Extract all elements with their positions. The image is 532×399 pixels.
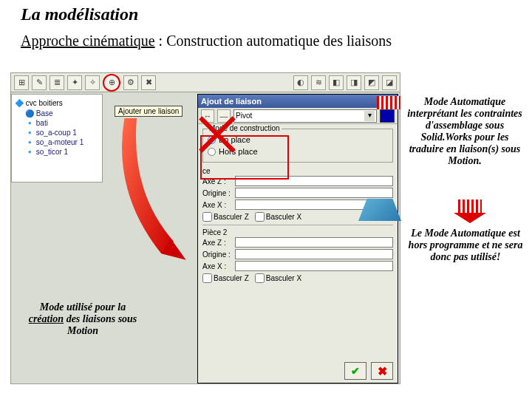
- dialog-titlebar: Ajout de liaison ×: [198, 95, 398, 108]
- subtitle-rest: : Construction automatique des liaisons: [155, 33, 392, 49]
- check-basculer-z[interactable]: Basculer Z: [202, 212, 249, 222]
- liaison-dialog: Ajout de liaison × ↔ — Pivot ▾ Mode de c…: [197, 94, 398, 383]
- radio-input[interactable]: [208, 148, 216, 156]
- toolbar-button[interactable]: ⚙: [123, 75, 138, 90]
- toolbar-button[interactable]: ◩: [364, 75, 379, 90]
- origin-input-2[interactable]: [235, 249, 393, 259]
- app-window: ⊞ ✎ ≣ ✦ ✧ ⊕ ⚙ ✖ ◐ ≋ ◧ ◨ ◩ ◪ 🔷 cvc boitie…: [10, 72, 400, 384]
- tree-node[interactable]: 🔹 bati: [15, 118, 99, 128]
- field-label: Origine :: [202, 189, 232, 197]
- toolbar-button[interactable]: ✎: [32, 75, 47, 90]
- page-title: La modélisation: [21, 4, 138, 24]
- striped-arrow: [377, 96, 400, 109]
- tree-node[interactable]: 🔹 so_a-moteur 1: [15, 137, 99, 147]
- check-basculer-x[interactable]: Basculer X: [255, 212, 301, 222]
- toolbar-button[interactable]: ✖: [141, 75, 156, 90]
- radio-hors-place[interactable]: Hors place: [208, 146, 388, 157]
- toolbar-button[interactable]: ≣: [50, 75, 64, 90]
- origin-input[interactable]: [235, 188, 393, 198]
- radio-en-place[interactable]: En place: [208, 134, 388, 146]
- color-button[interactable]: [380, 109, 395, 123]
- toolbar-button[interactable]: ◨: [347, 75, 361, 90]
- toolbar-button[interactable]: ◪: [382, 75, 397, 90]
- dropdown-value: Pivot: [236, 112, 252, 120]
- model-tree[interactable]: 🔷 cvc boitiers 🔵 Base 🔹 bati 🔹 so_a-coup…: [11, 94, 103, 183]
- dlg-toolbar-button[interactable]: —: [217, 109, 231, 123]
- main-toolbar: ⊞ ✎ ≣ ✦ ✧ ⊕ ⚙ ✖ ◐ ≋ ◧ ◨ ◩ ◪: [11, 73, 400, 92]
- axis-z-input-2[interactable]: [235, 237, 393, 248]
- chevron-down-icon: ▾: [364, 111, 375, 121]
- check-icon: ✔: [351, 365, 360, 377]
- piece2-section: Pièce 2 Axe Z : Origine : Axe X : Bascul…: [202, 225, 393, 284]
- x-icon: ✖: [378, 364, 387, 378]
- check-basculer-x-2[interactable]: Basculer X: [255, 273, 301, 283]
- axis-x-input-2[interactable]: [235, 261, 393, 271]
- field-label: Axe Z :: [202, 177, 232, 185]
- dlg-toolbar-button[interactable]: ↔: [201, 109, 214, 123]
- tree-root[interactable]: 🔷 cvc boitiers: [15, 98, 99, 109]
- groupbox-legend: Mode de construction: [208, 124, 282, 132]
- field-label: Axe X :: [202, 201, 232, 209]
- toolbar-button[interactable]: ✦: [67, 75, 82, 90]
- ok-button[interactable]: ✔: [344, 362, 366, 380]
- mode-groupbox: Mode de construction En place Hors place: [202, 129, 393, 163]
- radio-label: Hors place: [219, 147, 258, 156]
- liaison-type-dropdown[interactable]: Pivot ▾: [233, 109, 377, 123]
- dialog-footer: ✔ ✖: [344, 362, 393, 380]
- piece1-label: ce: [202, 167, 393, 175]
- annotation-hors-programme: Le Mode Automatique est hors programme e…: [405, 228, 526, 263]
- annotation-auto-mode: Mode Automatique interprétant les contra…: [405, 96, 525, 167]
- toolbar-button[interactable]: ◧: [329, 75, 344, 90]
- tree-node[interactable]: 🔵 Base: [15, 109, 99, 118]
- field-label: Axe Z :: [202, 239, 232, 247]
- radio-input[interactable]: [208, 136, 216, 144]
- striped-arrow-down: [458, 200, 482, 213]
- tree-node[interactable]: 🔹 so_ticor 1: [15, 147, 99, 157]
- add-liaison-button[interactable]: ⊕: [103, 74, 120, 92]
- cancel-button[interactable]: ✖: [371, 362, 393, 380]
- toolbar-button[interactable]: ✧: [85, 75, 100, 90]
- subtitle-underlined: Approche cinématique: [21, 33, 155, 49]
- dialog-toolbar: ↔ — Pivot ▾: [198, 108, 398, 124]
- toolbar-button[interactable]: ≋: [311, 75, 326, 90]
- toolbar-button[interactable]: ◐: [293, 75, 308, 90]
- tree-node[interactable]: 🔹 so_a-coup 1: [15, 128, 99, 137]
- radio-label: En place: [219, 135, 250, 144]
- dialog-title: Ajout de liaison: [201, 97, 262, 106]
- page-subtitle: Approche cinématique : Construction auto…: [21, 33, 392, 50]
- axis-z-input[interactable]: [235, 176, 393, 186]
- tooltip: Ajouter une liaison: [115, 106, 183, 117]
- field-label: Origine :: [202, 250, 232, 259]
- annotation-mode-utilise: Mode utilisé pour la création des liaiso…: [22, 301, 143, 337]
- field-label: Axe X :: [202, 262, 232, 270]
- piece2-label: Pièce 2: [202, 228, 393, 236]
- toolbar-button[interactable]: ⊞: [14, 75, 29, 90]
- check-basculer-z-2[interactable]: Basculer Z: [202, 273, 249, 283]
